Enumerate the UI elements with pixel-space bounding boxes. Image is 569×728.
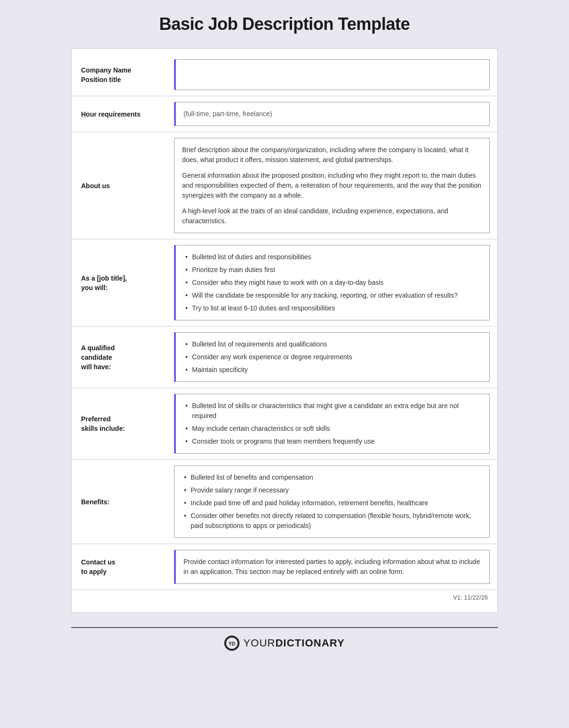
preferred-skills-content: Bulleted list of skills or characteristi… — [166, 388, 497, 459]
about-us-p2: General information about the proposed p… — [182, 171, 482, 200]
about-us-p3: A high-level look at the traits of an id… — [182, 206, 482, 226]
contact-label: Contact us to apply — [72, 544, 166, 590]
contact-text: Provide contact information for interest… — [184, 557, 482, 577]
version-row: V1: 11/22/26 — [72, 590, 497, 603]
job-title-label-2: you will: — [81, 284, 127, 291]
hour-requirements-input[interactable]: (full-time, part-time, freelance) — [174, 102, 490, 126]
preferred-skills-label: Preferred skills include: — [72, 388, 166, 459]
contact-label-2: to apply — [81, 568, 115, 575]
logo-bold: DICTIONARY — [275, 637, 345, 649]
logo-text: YOURDICTIONARY — [243, 637, 345, 649]
contact-label-1: Contact us — [81, 558, 115, 566]
preferred-skills-box: Bulleted list of skills or characteristi… — [174, 394, 490, 454]
contact-content: Provide contact information for interest… — [166, 544, 497, 590]
list-item: Bulleted list of skills or characteristi… — [184, 401, 482, 421]
list-item: Try to list at least 6-10 duties and res… — [184, 303, 482, 313]
list-item: Provide salary range if necessary — [182, 485, 482, 495]
qualified-row: A qualified candidate will have: Bullete… — [72, 327, 497, 388]
job-duties-row: As a [job title], you will: Bulleted lis… — [72, 239, 497, 327]
list-item: Consider tools or programs that team mem… — [184, 437, 482, 446]
list-item: May include certain characteristics or s… — [184, 424, 482, 434]
qualified-label-3: will have: — [81, 363, 115, 371]
about-us-label: About us — [72, 132, 166, 239]
company-position-input[interactable] — [174, 59, 490, 90]
list-item: Will the candidate be responsible for an… — [184, 291, 482, 300]
qualified-list: Bulleted list of requirements and qualif… — [184, 339, 482, 375]
company-position-row: Company Name Position title — [72, 54, 497, 96]
about-us-row: About us Brief description about the com… — [72, 132, 497, 239]
qualified-label-1: A qualified — [81, 344, 115, 352]
preferred-skills-list: Bulleted list of skills or characteristi… — [184, 401, 482, 446]
hour-requirements-row: Hour requirements (full-time, part-time,… — [72, 96, 497, 132]
benefits-label: Benefits: — [72, 460, 166, 544]
about-us-p1: Brief description about the company/orga… — [182, 145, 482, 165]
benefits-content: Bulleted list of benefits and compensati… — [166, 460, 497, 544]
job-duties-list: Bulleted list of duties and responsibili… — [184, 252, 482, 313]
contact-row: Contact us to apply Provide contact info… — [72, 544, 497, 590]
list-item: Bulleted list of requirements and qualif… — [184, 339, 482, 349]
hour-placeholder: (full-time, part-time, freelance) — [184, 109, 272, 119]
qualified-label-2: candidate — [81, 354, 115, 361]
benefits-box: Bulleted list of benefits and compensati… — [174, 465, 490, 538]
qualified-content: Bulleted list of requirements and qualif… — [166, 327, 497, 388]
benefits-list: Bulleted list of benefits and compensati… — [182, 473, 482, 531]
preferred-skills-row: Preferred skills include: Bulleted list … — [72, 388, 497, 460]
list-item: Prioritize by main duties first — [184, 265, 482, 275]
job-duties-box: Bulleted list of duties and responsibili… — [174, 245, 490, 320]
list-item: Bulleted list of duties and responsibili… — [184, 252, 482, 262]
preferred-label-2: skills include: — [81, 425, 125, 432]
footer: YD YOURDICTIONARY — [71, 627, 498, 651]
template-card: Company Name Position title Hour require… — [71, 48, 498, 613]
list-item: Bulleted list of benefits and compensati… — [182, 473, 482, 482]
version-text: V1: 11/22/26 — [453, 594, 488, 601]
company-position-content — [166, 54, 497, 96]
job-title-label-1: As a [job title], — [81, 274, 127, 282]
list-item: Consider who they might have to work wit… — [184, 278, 482, 288]
logo-circle-icon: YD — [225, 637, 239, 650]
qualified-box: Bulleted list of requirements and qualif… — [174, 332, 490, 382]
job-duties-label: As a [job title], you will: — [72, 239, 166, 326]
benefits-row: Benefits: Bulleted list of benefits and … — [72, 460, 497, 544]
job-duties-content: Bulleted list of duties and responsibili… — [166, 239, 497, 326]
qualified-label: A qualified candidate will have: — [72, 327, 166, 388]
list-item: Maintain specificity — [184, 365, 482, 375]
hour-requirements-label: Hour requirements — [72, 96, 166, 132]
list-item: Consider any work experience or degree r… — [184, 352, 482, 362]
preferred-label-1: Preferred — [81, 415, 125, 423]
position-title-label: Position title — [81, 76, 131, 83]
about-us-content: Brief description about the company/orga… — [166, 132, 497, 239]
list-item: Consider other benefits not directly rel… — [182, 511, 482, 531]
list-item: Include paid time off and paid holiday i… — [182, 498, 482, 508]
footer-logo: YD YOURDICTIONARY — [224, 636, 345, 651]
company-position-label: Company Name Position title — [72, 54, 166, 96]
logo-icon: YD — [224, 636, 239, 651]
company-name-label: Company Name — [81, 66, 131, 74]
svg-text:YD: YD — [229, 641, 235, 646]
hour-requirements-content: (full-time, part-time, freelance) — [166, 96, 497, 132]
page-title: Basic Job Description Template — [159, 14, 410, 34]
logo-light: YOUR — [243, 637, 275, 649]
about-us-box: Brief description about the company/orga… — [174, 138, 490, 233]
contact-box: Provide contact information for interest… — [174, 550, 490, 584]
